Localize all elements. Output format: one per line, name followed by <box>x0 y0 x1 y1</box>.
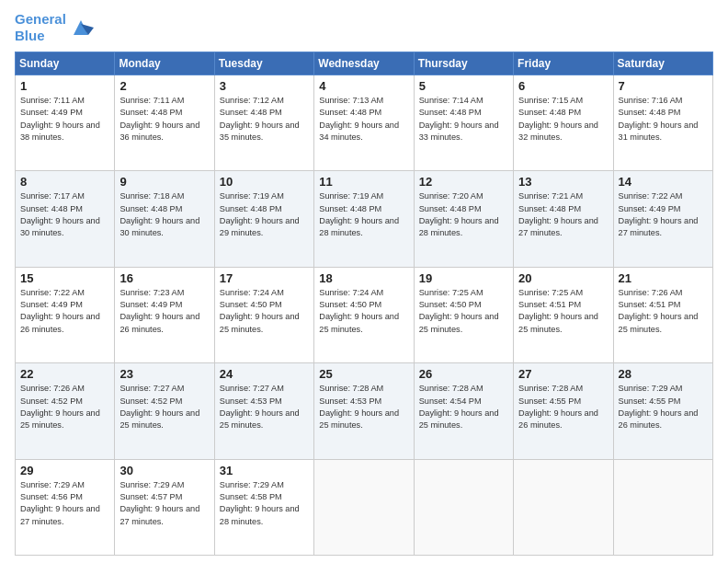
day-number: 19 <box>419 271 508 285</box>
cell-info: Sunrise: 7:29 AMSunset: 4:57 PMDaylight:… <box>119 479 209 528</box>
day-number: 18 <box>319 271 408 285</box>
calendar-header-row: SundayMondayTuesdayWednesdayThursdayFrid… <box>16 52 713 75</box>
day-number: 28 <box>619 367 708 381</box>
calendar-container: General Blue SundayMondayTuesdayWednesda… <box>0 0 728 563</box>
day-number: 22 <box>20 367 109 381</box>
calendar-cell <box>414 459 513 555</box>
calendar-cell: 19Sunrise: 7:25 AMSunset: 4:50 PMDayligh… <box>414 267 513 362</box>
calendar-cell: 8Sunrise: 7:17 AMSunset: 4:48 PMDaylight… <box>16 171 115 267</box>
calendar-body: 1Sunrise: 7:11 AMSunset: 4:49 PMDaylight… <box>16 75 713 556</box>
cell-info: Sunrise: 7:12 AMSunset: 4:48 PMDaylight:… <box>220 95 309 144</box>
cell-info: Sunrise: 7:24 AMSunset: 4:50 PMDaylight:… <box>220 287 309 336</box>
day-number: 7 <box>619 79 708 93</box>
day-number: 10 <box>220 175 309 189</box>
day-number: 20 <box>518 271 608 285</box>
calendar-cell: 12Sunrise: 7:20 AMSunset: 4:48 PMDayligh… <box>414 171 513 267</box>
header: General Blue <box>15 11 713 44</box>
calendar-cell: 7Sunrise: 7:16 AMSunset: 4:48 PMDaylight… <box>613 75 712 171</box>
calendar-week-5: 29Sunrise: 7:29 AMSunset: 4:56 PMDayligh… <box>16 459 713 555</box>
calendar-week-3: 15Sunrise: 7:22 AMSunset: 4:49 PMDayligh… <box>16 267 713 362</box>
header-cell-saturday: Saturday <box>613 52 712 75</box>
calendar-cell <box>514 459 613 555</box>
logo-icon <box>68 15 94 40</box>
day-number: 21 <box>619 271 708 285</box>
day-number: 6 <box>518 79 608 93</box>
calendar-cell: 10Sunrise: 7:19 AMSunset: 4:48 PMDayligh… <box>214 171 313 267</box>
header-cell-monday: Monday <box>115 52 214 75</box>
cell-info: Sunrise: 7:29 AMSunset: 4:58 PMDaylight:… <box>220 479 309 528</box>
calendar-cell: 4Sunrise: 7:13 AMSunset: 4:48 PMDaylight… <box>314 75 414 171</box>
calendar-cell: 18Sunrise: 7:24 AMSunset: 4:50 PMDayligh… <box>314 267 414 362</box>
day-number: 4 <box>319 79 408 93</box>
calendar-cell: 15Sunrise: 7:22 AMSunset: 4:49 PMDayligh… <box>16 267 115 362</box>
calendar-week-1: 1Sunrise: 7:11 AMSunset: 4:49 PMDaylight… <box>16 75 713 171</box>
day-number: 1 <box>20 79 109 93</box>
header-cell-wednesday: Wednesday <box>314 52 414 75</box>
calendar-cell: 24Sunrise: 7:27 AMSunset: 4:53 PMDayligh… <box>214 363 313 459</box>
cell-info: Sunrise: 7:27 AMSunset: 4:52 PMDaylight:… <box>119 383 209 431</box>
cell-info: Sunrise: 7:29 AMSunset: 4:55 PMDaylight:… <box>619 383 708 431</box>
calendar-cell: 3Sunrise: 7:12 AMSunset: 4:48 PMDaylight… <box>214 75 313 171</box>
calendar-table: SundayMondayTuesdayWednesdayThursdayFrid… <box>15 52 713 556</box>
cell-info: Sunrise: 7:11 AMSunset: 4:49 PMDaylight:… <box>20 95 109 144</box>
cell-info: Sunrise: 7:22 AMSunset: 4:49 PMDaylight:… <box>619 190 708 239</box>
calendar-cell: 30Sunrise: 7:29 AMSunset: 4:57 PMDayligh… <box>115 459 214 555</box>
day-number: 13 <box>518 175 608 189</box>
day-number: 5 <box>419 79 508 93</box>
calendar-cell: 21Sunrise: 7:26 AMSunset: 4:51 PMDayligh… <box>613 267 712 362</box>
header-cell-tuesday: Tuesday <box>214 52 313 75</box>
calendar-week-4: 22Sunrise: 7:26 AMSunset: 4:52 PMDayligh… <box>16 363 713 459</box>
calendar-cell: 27Sunrise: 7:28 AMSunset: 4:55 PMDayligh… <box>514 363 613 459</box>
day-number: 17 <box>220 271 309 285</box>
calendar-week-2: 8Sunrise: 7:17 AMSunset: 4:48 PMDaylight… <box>16 171 713 267</box>
cell-info: Sunrise: 7:18 AMSunset: 4:48 PMDaylight:… <box>119 190 209 239</box>
calendar-cell: 6Sunrise: 7:15 AMSunset: 4:48 PMDaylight… <box>514 75 613 171</box>
day-number: 26 <box>419 367 508 381</box>
calendar-cell: 2Sunrise: 7:11 AMSunset: 4:48 PMDaylight… <box>115 75 214 171</box>
cell-info: Sunrise: 7:15 AMSunset: 4:48 PMDaylight:… <box>518 95 608 144</box>
day-number: 30 <box>119 464 209 477</box>
cell-info: Sunrise: 7:25 AMSunset: 4:51 PMDaylight:… <box>518 287 608 336</box>
calendar-cell: 9Sunrise: 7:18 AMSunset: 4:48 PMDaylight… <box>115 171 214 267</box>
calendar-cell: 31Sunrise: 7:29 AMSunset: 4:58 PMDayligh… <box>214 459 313 555</box>
cell-info: Sunrise: 7:25 AMSunset: 4:50 PMDaylight:… <box>419 287 508 336</box>
cell-info: Sunrise: 7:19 AMSunset: 4:48 PMDaylight:… <box>319 190 408 239</box>
cell-info: Sunrise: 7:29 AMSunset: 4:56 PMDaylight:… <box>20 479 109 528</box>
calendar-cell: 13Sunrise: 7:21 AMSunset: 4:48 PMDayligh… <box>514 171 613 267</box>
cell-info: Sunrise: 7:21 AMSunset: 4:48 PMDaylight:… <box>518 190 608 239</box>
cell-info: Sunrise: 7:19 AMSunset: 4:48 PMDaylight:… <box>220 190 309 239</box>
day-number: 9 <box>119 175 209 189</box>
calendar-cell: 14Sunrise: 7:22 AMSunset: 4:49 PMDayligh… <box>613 171 712 267</box>
header-cell-friday: Friday <box>514 52 613 75</box>
logo-text-blue: Blue <box>15 28 45 43</box>
day-number: 31 <box>220 464 309 477</box>
cell-info: Sunrise: 7:13 AMSunset: 4:48 PMDaylight:… <box>319 95 408 144</box>
day-number: 3 <box>220 79 309 93</box>
calendar-cell: 29Sunrise: 7:29 AMSunset: 4:56 PMDayligh… <box>16 459 115 555</box>
logo: General Blue <box>15 11 94 44</box>
day-number: 16 <box>119 271 209 285</box>
day-number: 27 <box>518 367 608 381</box>
calendar-cell: 5Sunrise: 7:14 AMSunset: 4:48 PMDaylight… <box>414 75 513 171</box>
cell-info: Sunrise: 7:17 AMSunset: 4:48 PMDaylight:… <box>20 190 109 239</box>
day-number: 12 <box>419 175 508 189</box>
cell-info: Sunrise: 7:28 AMSunset: 4:55 PMDaylight:… <box>518 383 608 431</box>
calendar-cell: 22Sunrise: 7:26 AMSunset: 4:52 PMDayligh… <box>16 363 115 459</box>
calendar-cell: 11Sunrise: 7:19 AMSunset: 4:48 PMDayligh… <box>314 171 414 267</box>
cell-info: Sunrise: 7:27 AMSunset: 4:53 PMDaylight:… <box>220 383 309 431</box>
day-number: 29 <box>20 464 109 477</box>
day-number: 2 <box>119 79 209 93</box>
day-number: 8 <box>20 175 109 189</box>
day-number: 15 <box>20 271 109 285</box>
cell-info: Sunrise: 7:28 AMSunset: 4:54 PMDaylight:… <box>419 383 508 431</box>
day-number: 23 <box>119 367 209 381</box>
day-number: 14 <box>619 175 708 189</box>
cell-info: Sunrise: 7:26 AMSunset: 4:52 PMDaylight:… <box>20 383 109 431</box>
cell-info: Sunrise: 7:28 AMSunset: 4:53 PMDaylight:… <box>319 383 408 431</box>
logo-text-general: General <box>15 11 66 27</box>
calendar-cell: 17Sunrise: 7:24 AMSunset: 4:50 PMDayligh… <box>214 267 313 362</box>
calendar-cell: 28Sunrise: 7:29 AMSunset: 4:55 PMDayligh… <box>613 363 712 459</box>
calendar-cell: 1Sunrise: 7:11 AMSunset: 4:49 PMDaylight… <box>16 75 115 171</box>
header-cell-thursday: Thursday <box>414 52 513 75</box>
calendar-cell <box>613 459 712 555</box>
